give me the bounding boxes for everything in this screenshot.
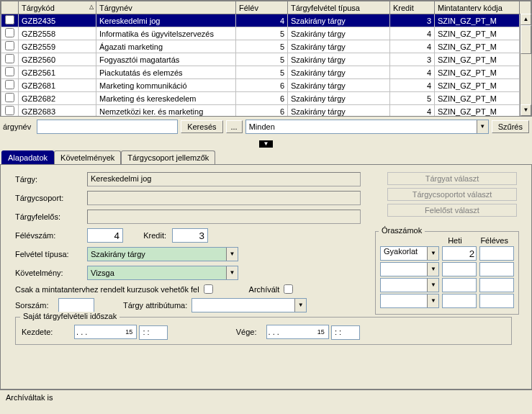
calendar-icon[interactable]: 15 [315, 328, 327, 336]
choose-group-button[interactable]: Tárgycsoportot választ [387, 188, 517, 201]
hourtype-combo-2[interactable]: ▼ [380, 262, 439, 276]
weekly-input-3[interactable] [442, 278, 477, 292]
search-input[interactable] [37, 120, 178, 134]
search-bar: árgynév Keresés ... Minden ▼ Szűrés [0, 117, 532, 137]
period-title: Saját tárgyfelvételi időszak [20, 312, 120, 320]
cell-tipus: Szakirány tárgy [288, 53, 390, 66]
col-targynev[interactable]: Tárgynév [96, 1, 236, 14]
table-row[interactable]: GZB2682Marketing és kereskedelem6Szakirá… [1, 92, 531, 105]
hours-group: Óraszámok Heti Féléves Gyakorlat▼ ▼ ▼ ▼ [375, 231, 519, 315]
requirement-combo[interactable]: Vizsga ▼ [87, 266, 238, 280]
col-mintatanterv[interactable]: Mintatanterv kódja [435, 1, 520, 14]
order-input[interactable] [58, 298, 94, 312]
tab-kovetelmenyek[interactable]: Követelmények [54, 150, 121, 164]
only-curriculum-label: Csak a mintatantervhez rendelt kurzusok … [15, 285, 199, 294]
table-row[interactable]: GZB2435Kereskedelmi jog4Szakirány tárgy3… [1, 14, 531, 27]
hourtype-combo-4[interactable]: ▼ [380, 294, 439, 308]
table-row[interactable]: GZB2683Nemzetközi ker. és marketing6Szak… [1, 105, 531, 117]
semester-header: Féléves [474, 236, 514, 245]
start-time-input[interactable]: : : [139, 325, 168, 340]
choose-responsible-button[interactable]: Felelőst választ [387, 204, 517, 217]
search-button[interactable]: Keresés [181, 120, 222, 133]
enrolltype-label: Felvétel típusa: [15, 250, 87, 258]
responsible-label: Tárgyfelelős: [15, 212, 87, 221]
table-row[interactable]: GZB2560Fogyasztói magatartás5Szakirány t… [1, 53, 531, 66]
semester-input-3[interactable] [479, 278, 514, 292]
col-check[interactable] [1, 1, 19, 14]
archived-check[interactable] [284, 284, 293, 294]
hourtype-combo-3[interactable]: ▼ [380, 278, 439, 292]
calendar-icon[interactable]: 15 [123, 328, 135, 336]
table-row[interactable]: GZB2558Informatika és ügyvitelszervezés5… [1, 27, 531, 40]
tab-alapadatok[interactable]: Alapadatok [1, 150, 54, 164]
cell-kredit: 3 [390, 53, 435, 66]
status-bar: Archíváltak is [0, 390, 532, 405]
order-label: Sorszám: [15, 301, 58, 310]
cell-kod: GZB2681 [19, 79, 96, 92]
row-check[interactable] [5, 41, 14, 50]
end-time-input[interactable]: : : [331, 325, 360, 340]
row-check[interactable] [5, 80, 14, 89]
requirement-value: Vizsga [91, 269, 114, 277]
cell-kod: GZB2561 [19, 66, 96, 79]
table-row[interactable]: GZB2561Piackutatás és elemzés5Szakirány … [1, 66, 531, 79]
tab-strip: Alapadatok Követelmények Tárgycsoport je… [0, 150, 532, 165]
only-curriculum-check[interactable] [204, 284, 213, 294]
table-row[interactable]: GZB2559Ágazati marketing5Szakirány tárgy… [1, 40, 531, 53]
cell-nev: Marketing kommunikáció [96, 79, 236, 92]
enrolltype-combo[interactable]: Szakirány tárgy ▼ [87, 247, 238, 261]
cell-felev: 6 [236, 105, 288, 117]
credit-input[interactable] [172, 228, 208, 243]
row-check[interactable] [5, 15, 14, 24]
col-felev[interactable]: Félév [236, 1, 288, 14]
enrollment-period-group: Saját tárgyfelvételi időszak Kezdete: . … [15, 317, 512, 345]
cell-nev: Fogyasztói magatartás [96, 53, 236, 66]
semester-input-2[interactable] [479, 262, 514, 276]
scroll-thumb[interactable] [520, 25, 531, 54]
credit-label: Kredit: [123, 231, 166, 240]
cell-kredit: 5 [390, 92, 435, 105]
col-kredit[interactable]: Kredit [390, 1, 435, 14]
browse-button[interactable]: ... [226, 120, 243, 133]
cell-kredit: 4 [390, 27, 435, 40]
cell-mt: SZIN_GZ_PT_M [435, 92, 520, 105]
row-check[interactable] [5, 54, 14, 63]
cell-kod: GZB2559 [19, 40, 96, 53]
cell-mt: SZIN_GZ_PT_M [435, 79, 520, 92]
sort-asc-icon: △ [89, 4, 94, 10]
attribute-combo[interactable]: ▼ [191, 298, 307, 312]
semester-input-4[interactable] [479, 294, 514, 308]
cell-felev: 4 [236, 14, 288, 27]
filter-combo[interactable]: Minden ▼ [245, 120, 489, 134]
cell-kredit: 4 [390, 79, 435, 92]
filter-button[interactable]: Szűrés [492, 120, 529, 133]
cell-felev: 5 [236, 27, 288, 40]
subject-table[interactable]: Tárgykód△ Tárgynév Félév Tárgyfelvétel t… [0, 0, 532, 117]
start-date-input[interactable]: . . .15 [74, 325, 137, 339]
row-check[interactable] [5, 67, 14, 76]
scroll-up-icon[interactable]: ▲ [520, 14, 531, 25]
cell-nev: Ágazati marketing [96, 40, 236, 53]
table-row[interactable]: GZB2681Marketing kommunikáció6Szakirány … [1, 79, 531, 92]
weekly-input-4[interactable] [442, 294, 477, 308]
row-check[interactable] [5, 106, 14, 115]
end-date-input[interactable]: . . .15 [266, 325, 329, 339]
vertical-scrollbar[interactable]: ▲ ▼ [520, 14, 531, 116]
subject-label: Tárgy: [15, 175, 87, 184]
col-felvetel[interactable]: Tárgyfelvétel típusa [288, 1, 390, 14]
semester-input[interactable] [87, 228, 123, 243]
hourtype-combo-1[interactable]: Gyakorlat▼ [380, 246, 439, 261]
col-targykod[interactable]: Tárgykód△ [19, 1, 96, 14]
row-check[interactable] [5, 93, 14, 102]
weekly-input-2[interactable] [442, 262, 477, 276]
collapse-toggle[interactable]: ▼ [256, 138, 277, 148]
tab-targycsoport[interactable]: Tárgycsoport jellemzők [121, 150, 215, 164]
choose-subject-button[interactable]: Tárgyat választ [387, 172, 517, 185]
table-header-row: Tárgykód△ Tárgynév Félév Tárgyfelvétel t… [1, 1, 531, 14]
chevron-down-icon: ▼ [427, 294, 438, 307]
weekly-header: Heti [436, 236, 475, 245]
row-check[interactable] [5, 28, 14, 37]
scroll-down-icon[interactable]: ▼ [520, 104, 531, 116]
weekly-input-1[interactable] [442, 246, 477, 261]
semester-input-1[interactable] [479, 246, 514, 261]
